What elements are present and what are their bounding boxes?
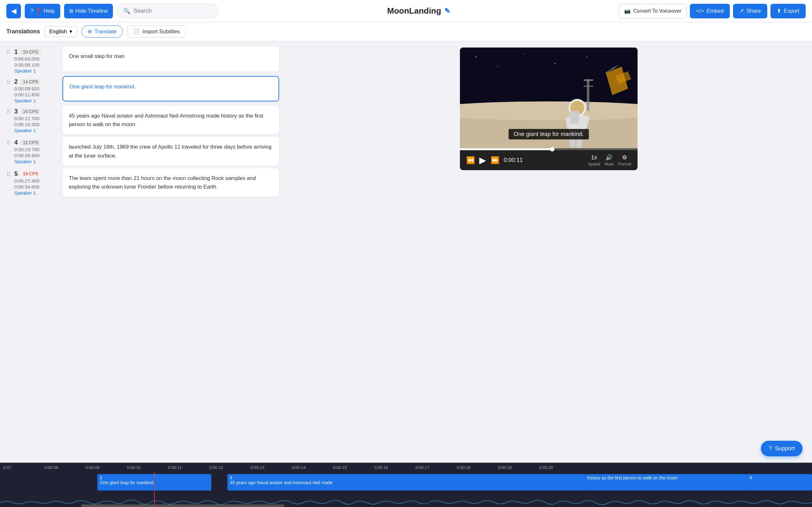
speaker-label[interactable]: Speaker 1 (14, 68, 59, 73)
timeline-tracks: 2 One giant leap for mankind. 3 45 years… (0, 471, 812, 507)
list-item: ⠿ 5 19 CPS 0:00:27.400 0:00:34.600 Speak… (6, 168, 279, 197)
subtitle-text[interactable]: One giant leap for mankind. (69, 82, 272, 91)
speaker-label[interactable]: Speaker 1 (14, 190, 59, 195)
speaker-label[interactable]: Speaker 1 (14, 159, 59, 164)
speaker-label[interactable]: Speaker 1 (14, 98, 59, 103)
edit-title-icon[interactable]: ✎ (444, 7, 450, 15)
language-value: English (49, 29, 67, 35)
cps-badge: 19 CPS (20, 170, 41, 177)
translate-button[interactable]: ⊕ Translate (82, 25, 123, 38)
play-button[interactable]: ▶ (479, 155, 486, 165)
subtitle-time-start: 0:00:27.400 (14, 178, 59, 183)
rewind-button[interactable]: ⏪ (466, 156, 475, 164)
drag-handle[interactable]: ⠿ (6, 137, 10, 147)
language-select[interactable]: English ▾ (44, 26, 77, 37)
timeline-scrollbar[interactable] (81, 504, 284, 507)
progress-fill (460, 148, 552, 150)
support-button[interactable]: ? Support (761, 441, 803, 456)
subtitle-time-end: 0:00:06.100 (14, 62, 59, 67)
share-button[interactable]: ↗ Share (733, 4, 767, 18)
subtitle-card[interactable]: The team spent more than 21 hours on the… (62, 168, 279, 197)
search-icon: 🔍 (123, 8, 131, 14)
drag-handle[interactable]: ⠿ (6, 106, 10, 115)
subtitle-toolbar: Translations English ▾ ⊕ Translate 📄 Imp… (0, 22, 812, 41)
video-time: 0:00:11 (504, 157, 583, 164)
camera-icon: 📷 (624, 8, 630, 14)
drag-handle[interactable]: ⠿ (6, 46, 10, 56)
ruler-tick: 0:00:18 (457, 465, 498, 470)
svg-rect-11 (583, 86, 593, 87)
ruler-tick: 0:00:11 (168, 465, 209, 470)
subtitle-meta: 5 19 CPS 0:00:27.400 0:00:34.600 Speaker… (14, 168, 59, 195)
list-item: ⠿ 4 15 CPS 0:00:19.700 0:00:26.900 Speak… (6, 137, 279, 165)
export-button[interactable]: ⬆ Export (770, 4, 806, 18)
timeline: 0:07 0:00:08 0:00:09 0:00:10 0:00:11 0:0… (0, 463, 812, 507)
subtitle-time-end: 0:00:11.830 (14, 92, 59, 97)
navbar: ◀ ? ❓ Help ⊞ Hide Timeline 🔍 MoonLanding… (0, 0, 812, 22)
subtitle-card[interactable]: launched July 16th, 1969 the crew of Apo… (62, 137, 279, 165)
subtitle-time-end: 0:00:26.900 (14, 153, 59, 158)
cps-badge: 14 CPS (20, 78, 41, 85)
timeline-segment[interactable]: 3 45 years ago Naval aviator and Astrona… (227, 474, 585, 491)
cps-badge: 15 CPS (20, 139, 41, 146)
ruler-tick: 0:00:10 (127, 465, 168, 470)
subtitle-card[interactable]: One giant leap for mankind. (62, 76, 279, 101)
subtitle-time-start: 0:00:12.700 (14, 116, 59, 121)
help-icon: ? (31, 8, 33, 14)
format-control[interactable]: ⚙ Format (618, 154, 631, 166)
import-subtitles-button[interactable]: 📄 Import Subtitles (127, 25, 186, 38)
volume-icon: 🔊 (606, 154, 612, 161)
svg-point-5 (587, 57, 588, 58)
video-progress-bar[interactable] (460, 148, 638, 150)
subtitle-card[interactable]: One small step for man (62, 46, 279, 72)
ruler-tick: 0:00:13 (251, 465, 292, 470)
hide-timeline-button[interactable]: ⊞ Hide Timeline (64, 4, 113, 18)
subtitle-number: 1 (14, 48, 18, 55)
drag-handle[interactable]: ⠿ (6, 168, 10, 178)
ruler-tick: 0:00:08 (44, 465, 86, 470)
share-icon: ↗ (740, 8, 744, 14)
subtitle-text[interactable]: 45 years ago Naval aviator and Astronaut… (69, 112, 273, 129)
search-input[interactable] (134, 8, 212, 14)
video-wrapper: One giant leap for mankind. ⏪ ▶ ⏩ 0:00:1… (460, 48, 638, 170)
ruler-tick: 0:00:17 (415, 465, 457, 470)
subtitle-number: 5 (14, 170, 18, 177)
subtitle-text[interactable]: The team spent more than 21 hours on the… (69, 174, 273, 191)
subtitle-time-start: 0:00:09.920 (14, 86, 59, 91)
subtitle-time-end: 0:00:19.300 (14, 122, 59, 127)
mute-control[interactable]: 🔊 Mute (605, 154, 614, 166)
svg-point-1 (475, 56, 476, 58)
subtitle-text[interactable]: launched July 16th, 1969 the crew of Apo… (69, 143, 273, 160)
speed-control[interactable]: 1x Speed (588, 154, 600, 166)
svg-rect-9 (587, 79, 589, 111)
progress-thumb (550, 147, 554, 152)
subtitle-overlay: One giant leap for mankind. (508, 129, 589, 139)
back-button[interactable]: ◀ (6, 4, 21, 18)
subtitle-meta: 3 16 CPS 0:00:12.700 0:00:19.300 Speaker… (14, 106, 59, 133)
subtitle-number: 4 (14, 139, 18, 146)
subtitle-text[interactable]: One small step for man (69, 52, 273, 60)
subtitle-card[interactable]: 45 years ago Naval aviator and Astronaut… (62, 106, 279, 134)
plus-circle-icon: ⊕ (88, 28, 92, 35)
ruler-tick: 0:00:20 (539, 465, 580, 470)
import-icon: 📄 (133, 28, 140, 35)
subtitle-meta: 2 14 CPS 0:00:09.920 0:00:11.830 Speaker… (14, 76, 59, 103)
ruler-tick: 0:00:12 (209, 465, 251, 470)
timeline-segment[interactable]: 4 (747, 474, 812, 491)
svg-point-2 (498, 66, 499, 67)
speaker-label[interactable]: Speaker 1 (14, 128, 59, 133)
list-item: ⠿ 3 16 CPS 0:00:12.700 0:00:19.300 Speak… (6, 106, 279, 134)
video-preview: One giant leap for mankind. (460, 48, 638, 149)
fast-forward-button[interactable]: ⏩ (491, 156, 499, 164)
export-icon: ⬆ (777, 8, 781, 14)
translations-label: Translations (6, 28, 40, 35)
timeline-segment[interactable]: history as the first person to walk on t… (585, 474, 747, 491)
subtitle-list: ⠿ 1 10 CPS 0:00:04.000 0:00:06.100 Speak… (0, 41, 286, 463)
question-icon: ? (768, 445, 772, 452)
subtitle-time-start: 0:00:04.000 (14, 56, 59, 61)
embed-button[interactable]: </> Embed (690, 4, 730, 18)
convert-voiceover-button[interactable]: 📷 Convert To Voiceover (619, 4, 687, 18)
drag-handle[interactable]: ⠿ (6, 76, 10, 86)
help-button[interactable]: ? ❓ Help (25, 4, 60, 18)
timeline-icon: ⊞ (69, 8, 73, 14)
